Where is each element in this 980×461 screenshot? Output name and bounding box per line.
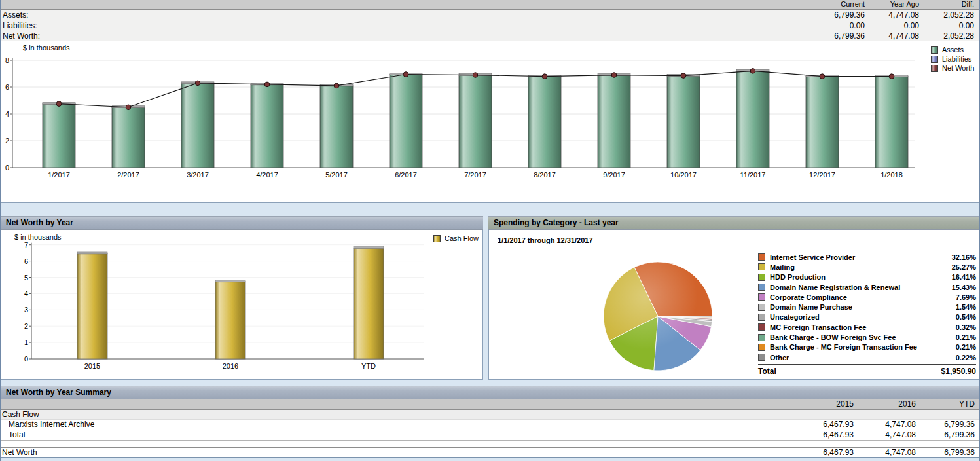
assets-bar-1/2018[interactable] (875, 77, 908, 168)
net-worth-point-1/2017[interactable] (56, 101, 62, 107)
assets-bar-4/2017[interactable] (251, 84, 283, 168)
svg-text:1/2018: 1/2018 (880, 171, 903, 179)
net-worth-point-3/2017[interactable] (195, 81, 200, 86)
assets-bar-10/2017[interactable] (667, 76, 700, 168)
net-worth-point-12/2017[interactable] (820, 74, 825, 79)
summary-row-value: 4,747.08 (865, 10, 919, 20)
pie-legend-swatch (758, 263, 765, 270)
summary-row-label: Net Worth: (1, 31, 810, 41)
footer-label: Net Worth (1, 448, 791, 457)
assets-bar-2/2017[interactable] (112, 107, 145, 168)
pie-legend-percent: 7.69% (945, 293, 976, 301)
spending-panel-title: Spending by Category - Last year (488, 216, 979, 230)
legend-row-assets: Assets (931, 45, 974, 54)
net-worth-point-5/2017[interactable] (334, 83, 339, 88)
pie-legend-percent: 0.21% (945, 333, 976, 341)
summary-row-label: Assets: (1, 10, 810, 20)
net-worth-by-year-panel: Net Worth by Year 01234567$ in thousands… (1, 216, 483, 380)
net-worth-point-7/2017[interactable] (473, 73, 478, 78)
pie-legend-label: Corporate Compliance (770, 293, 945, 301)
svg-text:8: 8 (5, 56, 9, 64)
pie-legend-percent: 0.21% (945, 343, 976, 351)
assets-bar-7/2017[interactable] (459, 75, 492, 168)
svg-text:YTD: YTD (361, 362, 376, 370)
net-worth-point-8/2017[interactable] (542, 74, 547, 79)
cash-flow-legend: Cash Flow (433, 234, 479, 243)
svg-text:7/2017: 7/2017 (464, 171, 486, 179)
net-worth-by-year-chart[interactable]: 01234567$ in thousands20152016YTD (1, 230, 482, 378)
summary-row-value: 2,052.28 (919, 10, 974, 20)
pie-legend-swatch (758, 253, 765, 261)
svg-text:$ in thousands: $ in thousands (14, 233, 62, 241)
svg-text:6: 6 (5, 83, 9, 91)
pie-legend-percent: 0.54% (945, 313, 976, 321)
pie-legend-label: Mailing (770, 263, 945, 271)
pie-legend-row: Bank Charge - MC Foreign Transaction Fee… (758, 342, 976, 352)
pie-legend-swatch (758, 293, 765, 301)
net-worth-footer-row: Net Worth 6,467.93 4,747.08 6,799.36 (1, 447, 979, 457)
cash-flow-bar-2015[interactable] (77, 253, 107, 359)
group-row-cash-flow: Cash Flow (1, 410, 979, 420)
cash-flow-legend-row: Cash Flow (433, 234, 479, 243)
svg-text:2/2017: 2/2017 (117, 171, 139, 179)
svg-text:4/2017: 4/2017 (256, 171, 278, 179)
pie-legend-label: Bank Charge - MC Foreign Transaction Fee (770, 343, 945, 351)
net-worth-monthly-chart-panel: 02468$ in thousands1/20172/20173/20174/2… (1, 41, 979, 203)
svg-text:9/2017: 9/2017 (603, 171, 625, 179)
cash-flow-bar-YTD[interactable] (354, 248, 384, 359)
assets-bar-6/2017[interactable] (390, 75, 422, 168)
net-worth-point-9/2017[interactable] (611, 73, 617, 78)
pie-legend-row: Domain Name Registration & Renewal15.43% (758, 282, 976, 292)
assets-bar-8/2017[interactable] (528, 77, 561, 168)
summary-header-row: Current Year Ago Diff. (1, 0, 979, 10)
pie-legend-row: Other0.22% (758, 352, 976, 362)
net-worth-monthly-chart[interactable]: 02468$ in thousands1/20172/20173/20174/2… (1, 41, 979, 202)
table-row-value: 4,747.08 (854, 430, 916, 440)
net-worth-point-6/2017[interactable] (403, 72, 408, 77)
summary-panel-title: Net Worth by Year Summary (1, 386, 979, 399)
monthly-chart-legend: AssetsLiabilitiesNet Worth (931, 45, 974, 73)
assets-bar-11/2017[interactable] (736, 71, 769, 168)
summary-row-value: 0.00 (919, 20, 974, 31)
net-worth-point-2/2017[interactable] (126, 105, 131, 110)
net-worth-by-year-title: Net Worth by Year (1, 216, 483, 230)
net-worth-point-10/2017[interactable] (681, 73, 686, 79)
legend-label: Liabilities (942, 55, 971, 63)
footer-val-ytd: 6,799.36 (916, 448, 975, 457)
net-worth-point-4/2017[interactable] (264, 82, 270, 87)
pie-legend-row: Domain Name Purchase1.54% (758, 302, 976, 312)
table-row-value: 6,467.93 (791, 430, 854, 440)
legend-row-liabilities: Liabilities (931, 54, 974, 64)
cash-flow-bar-2016[interactable] (215, 282, 245, 359)
cash-flow-legend-swatch (433, 235, 441, 242)
pie-legend-label: Uncategorized (770, 313, 945, 321)
summary-row-value: 0.00 (810, 20, 865, 31)
svg-text:7: 7 (24, 241, 28, 249)
summary-row-value: 4,747.08 (865, 31, 919, 41)
table-row-total: Total6,467.934,747.086,799.36 (1, 430, 979, 441)
assets-legend-swatch (931, 46, 938, 54)
report-period-label: 1/1/2017 through 12/31/2017 (498, 236, 593, 244)
summary-row-value: 6,799.36 (810, 10, 865, 20)
svg-text:8/2017: 8/2017 (534, 171, 556, 179)
svg-text:1/2017: 1/2017 (48, 171, 70, 179)
total-label: Total (758, 367, 941, 376)
summary-row-value: 2,052.28 (919, 31, 974, 41)
assets-bar-3/2017[interactable] (181, 83, 214, 168)
assets-bar-12/2017[interactable] (806, 77, 839, 168)
pie-legend-swatch (758, 354, 765, 361)
pie-legend-label: MC Foreign Transaction Fee (770, 323, 945, 331)
net-worth-point-1/2018[interactable] (889, 74, 894, 79)
summary-table-col-2015: 2015 (791, 399, 854, 409)
pie-legend-row: HDD Production16.41% (758, 272, 976, 282)
pie-legend-swatch (758, 334, 765, 341)
assets-bar-1/2017[interactable] (43, 104, 75, 168)
total-value: $1,950.90 (941, 367, 976, 376)
pie-legend-label: Domain Name Registration & Renewal (770, 284, 945, 291)
svg-text:6: 6 (24, 257, 28, 265)
assets-bar-5/2017[interactable] (320, 86, 353, 168)
assets-bar-9/2017[interactable] (598, 75, 630, 168)
net-worth-point-11/2017[interactable] (750, 69, 755, 74)
spending-panel-body: 1/1/2017 through 12/31/2017 Internet Ser… (488, 230, 979, 380)
pie-legend-swatch (758, 323, 765, 331)
